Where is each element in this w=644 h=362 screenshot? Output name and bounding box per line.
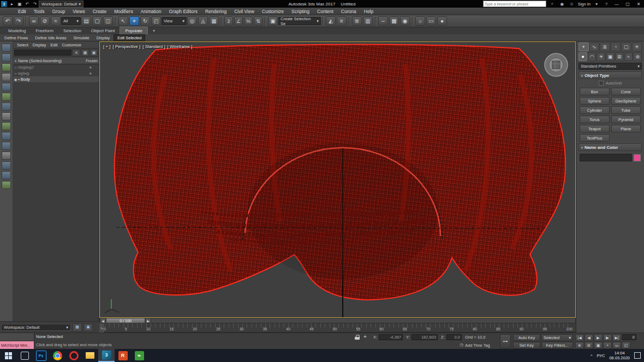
wireframe-model[interactable] <box>115 45 565 300</box>
app-menu-flyout-icon[interactable]: ▸ <box>8 1 16 7</box>
schematic-view-icon[interactable]: ▩ <box>389 16 399 26</box>
display-all-icon[interactable] <box>2 44 11 52</box>
render-setup-icon[interactable]: ☼ <box>415 16 425 26</box>
frozen-column-header[interactable]: Frozen <box>86 59 98 63</box>
ribbon-options-icon[interactable]: ▾ <box>148 27 160 34</box>
tray-hidden-icons-arrow[interactable]: ^ <box>591 353 593 358</box>
menu-civil-view[interactable]: Civil View <box>230 8 258 15</box>
display-spacewarps-icon[interactable] <box>2 102 11 111</box>
pyramid-button[interactable]: Pyramid <box>611 116 641 123</box>
maxscript-mini-listener[interactable]: MAXScript Mini... <box>0 333 34 349</box>
go-to-start-button[interactable]: |◀ <box>575 334 584 341</box>
ribbon-tab-modeling[interactable]: Modeling <box>3 27 31 34</box>
torus-button[interactable]: Torus <box>580 116 610 123</box>
shapes-category-icon[interactable]: ◠ <box>588 52 597 61</box>
lock-explorer-icon[interactable]: ▣ <box>90 49 98 56</box>
app-logo-icon[interactable]: 3 <box>1 1 7 7</box>
taskbar-3dsmax-icon[interactable]: 3 <box>98 349 115 362</box>
named-selection-sets-dropdown[interactable]: Create Selection Se ▾ <box>278 17 321 25</box>
viewport-canvas[interactable] <box>100 42 575 317</box>
redo-icon[interactable]: ↷ <box>31 1 39 7</box>
select-and-manipulate-icon[interactable]: ◬ <box>198 16 208 26</box>
populate-define-flows-button[interactable]: Define Flows <box>1 35 31 41</box>
play-button[interactable]: ▶ <box>594 334 603 341</box>
go-to-end-button[interactable]: ▶| <box>612 334 621 341</box>
selected-dropdown[interactable]: Selected ▾ <box>541 334 573 341</box>
frozen-state-icon[interactable]: ∗ <box>84 71 98 76</box>
y-coord-field[interactable] <box>412 334 438 340</box>
hierarchy-tab-icon[interactable]: ≣ <box>600 43 610 51</box>
menu-group[interactable]: Group <box>49 8 69 15</box>
create-tab-icon[interactable]: + <box>579 43 589 51</box>
sort-by-type-icon[interactable] <box>2 142 11 150</box>
language-indicator[interactable]: РУС <box>597 353 605 358</box>
mirror-icon[interactable]: ◭ <box>326 16 336 26</box>
use-pivot-center-icon[interactable]: ◎ <box>187 16 197 26</box>
display-helpers-icon[interactable] <box>2 93 11 101</box>
z-coord-field[interactable] <box>446 334 462 340</box>
cameras-category-icon[interactable]: ▣ <box>606 52 615 61</box>
reference-coordinate-dropdown[interactable]: View ▾ <box>162 17 187 25</box>
key-filters-button[interactable]: Key Filters... <box>541 342 573 349</box>
list-item[interactable]: ▱ wglwg ∗ <box>13 70 99 76</box>
menu-graph-editors[interactable]: Graph Editors <box>165 8 201 15</box>
undo-icon[interactable]: ↶ <box>3 16 13 26</box>
maximize-button[interactable]: ▢ <box>623 1 632 7</box>
cone-button[interactable]: Cone <box>611 88 641 95</box>
modify-tab-icon[interactable]: ∿ <box>589 43 600 51</box>
current-frame-field[interactable] <box>622 334 636 340</box>
previous-frame-icon[interactable]: ◀ <box>100 318 106 323</box>
info-icon[interactable]: ◉ <box>558 1 566 7</box>
autogrid-checkbox[interactable] <box>599 81 604 86</box>
ribbon-tab-selection[interactable]: Selection <box>58 27 86 34</box>
redo-icon[interactable]: ↷ <box>14 16 23 26</box>
next-frame-icon[interactable]: ▶ <box>145 318 151 323</box>
display-tab-icon[interactable]: ▢ <box>621 43 631 51</box>
frozen-state-icon[interactable]: ∗ <box>84 65 98 70</box>
menu-tools[interactable]: Tools <box>30 8 49 15</box>
object-type-rollout[interactable]: ▾ Object Type <box>579 71 642 79</box>
next-frame-button[interactable]: ▶ <box>603 334 612 341</box>
ribbon-toggle-icon[interactable]: ▥ <box>363 16 373 26</box>
primitive-category-dropdown[interactable]: Standard Primitives ▾ <box>579 63 642 70</box>
task-view-button[interactable] <box>16 349 33 362</box>
auto-key-button[interactable]: Auto Key <box>513 334 540 341</box>
selection-filter-dropdown[interactable]: All ▾ <box>61 17 81 25</box>
layer-manager-icon[interactable]: ≣ <box>352 16 362 26</box>
set-keys-button[interactable]: ⊶ <box>500 334 511 348</box>
selection-lock-toggle-icon[interactable] <box>355 335 360 340</box>
display-cameras-icon[interactable] <box>2 83 11 91</box>
menu-help[interactable]: Help <box>360 8 377 15</box>
window-crossing-icon[interactable]: ◫ <box>103 16 113 26</box>
angle-snap-icon[interactable]: ∠ <box>234 16 243 26</box>
zoom-icon[interactable]: ⊕ <box>575 342 584 349</box>
edit-named-selection-sets-icon[interactable]: ▣ <box>268 16 278 26</box>
textplus-button[interactable]: TextPlus <box>580 134 610 142</box>
select-and-move-icon[interactable]: + <box>129 16 139 26</box>
x-coord-field[interactable] <box>379 334 403 340</box>
maxscript-macro-pane[interactable]: MAXScript Mini... <box>0 341 34 349</box>
populate-define-idle-areas-button[interactable]: Define Idle Areas <box>32 35 69 41</box>
search-icon[interactable]: ⌕ <box>548 1 556 7</box>
viewport-pov-menu[interactable]: [ Perspective ] <box>113 44 141 49</box>
taskbar-clock[interactable]: 14:04 06.03.2020 <box>609 351 630 361</box>
sphere-button[interactable]: Sphere <box>580 97 610 105</box>
menu-corona[interactable]: Corona <box>337 8 360 15</box>
display-shapes-icon[interactable] <box>2 63 11 71</box>
time-slider[interactable]: ◀ 0 / 100 ▶ <box>99 318 576 323</box>
zoom-region-icon[interactable]: ▭ <box>612 342 621 349</box>
cylinder-button[interactable]: Cylinder <box>580 106 610 114</box>
populate-edit-selected-button[interactable]: Edit Selected <box>114 34 145 41</box>
add-time-tag[interactable]: Add Time Tag <box>465 343 490 348</box>
object-name-field[interactable] <box>580 154 632 161</box>
select-by-name-icon[interactable]: ▤ <box>81 16 91 26</box>
explorer-search-input[interactable] <box>14 50 71 56</box>
viewcube[interactable] <box>545 53 568 76</box>
populate-display-button[interactable]: Display <box>93 35 114 41</box>
maximize-viewport-toggle[interactable]: ◱ <box>622 342 630 349</box>
geosphere-button[interactable]: GeoSphere <box>611 97 641 105</box>
menu-views[interactable]: Views <box>69 8 89 15</box>
person-icon[interactable]: ☺ <box>568 1 576 7</box>
sort-by-name-icon[interactable] <box>2 132 11 140</box>
align-icon[interactable]: ≡ <box>337 16 347 26</box>
